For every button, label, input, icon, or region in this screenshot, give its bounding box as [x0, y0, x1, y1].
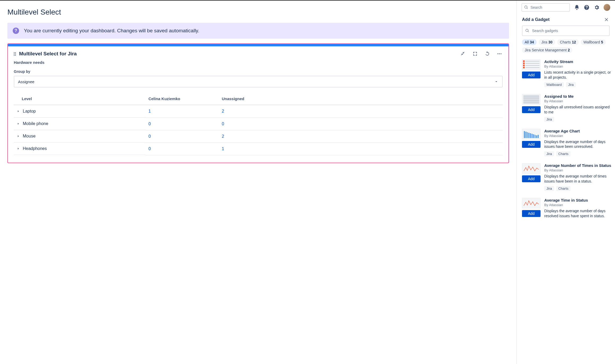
add-gadget-button[interactable]: Add	[522, 210, 541, 217]
gadget-thumbnail	[522, 59, 541, 70]
levels-table: Level Celina Kuziemko Unassigned Laptop1…	[14, 93, 503, 155]
gadget-tag[interactable]: Charts	[556, 151, 570, 156]
fullscreen-icon[interactable]	[472, 51, 478, 57]
gadget-tag[interactable]: Jira	[544, 186, 554, 191]
chevron-right-icon[interactable]	[16, 134, 20, 138]
gadget-name: Average Number of Times in Status	[544, 163, 612, 168]
count-link[interactable]: 1	[222, 147, 224, 151]
gadget-search-placeholder: Search gadgets	[532, 29, 558, 33]
gadget-item: AddAssigned to MeBy AtlassianDisplays al…	[522, 91, 612, 126]
gadget-thumbnail	[522, 163, 541, 174]
refresh-icon[interactable]	[484, 51, 490, 57]
more-icon[interactable]	[496, 51, 503, 57]
count-link[interactable]: 0	[148, 134, 151, 139]
gadget-search[interactable]: Search gadgets	[522, 25, 610, 36]
gadget-tag[interactable]: Jira	[544, 117, 554, 122]
add-gadget-button[interactable]: Add	[522, 106, 541, 113]
gadget-list: AddActivity StreamBy AtlassianLists rece…	[517, 55, 615, 364]
gadget-item: AddAverage Time in StatusBy AtlassianDis…	[522, 195, 612, 224]
gadget-name: Assigned to Me	[544, 94, 612, 99]
global-search-placeholder: Search	[530, 5, 542, 10]
level-name: Laptop	[23, 109, 36, 114]
help-icon: ?	[13, 28, 19, 34]
banner-message: You are currently editing your dashboard…	[24, 28, 199, 34]
svg-point-1	[499, 53, 500, 54]
gadget-description: Displays the average number of days reso…	[544, 208, 612, 219]
chevron-right-icon[interactable]	[16, 122, 20, 126]
editing-banner: ? You are currently editing your dashboa…	[7, 23, 509, 39]
gadget-name: Average Time in Status	[544, 198, 612, 202]
gadget-item: AddAverage Number of Times in StatusBy A…	[522, 160, 612, 195]
search-icon	[525, 29, 529, 33]
gadget-name: Average Age Chart	[544, 129, 612, 133]
gadget-tag[interactable]: Jira	[544, 151, 554, 156]
gadget-author: By Atlassian	[544, 203, 612, 207]
close-icon[interactable]	[603, 16, 610, 23]
gadget-thumbnail	[522, 94, 541, 105]
count-link[interactable]: 1	[148, 109, 151, 113]
level-name: Mobile phone	[23, 121, 48, 126]
gadget-accent-bar	[8, 44, 508, 46]
gadget-tag[interactable]: Charts	[556, 186, 570, 191]
table-row: Mouse02	[14, 130, 503, 143]
gadget-title: Multilevel Select for Jira	[19, 51, 77, 57]
settings-icon[interactable]	[594, 4, 600, 11]
col-assignee-2: Unassigned	[219, 93, 503, 105]
table-row: Headphones01	[14, 143, 503, 155]
gadget-thumbnail	[522, 198, 541, 208]
count-link[interactable]: 2	[222, 134, 224, 139]
groupby-label: Group by	[14, 69, 503, 74]
gadget-author: By Atlassian	[544, 168, 612, 172]
level-name: Headphones	[23, 146, 47, 151]
count-link[interactable]: 2	[222, 109, 224, 113]
category-pill[interactable]: Jira Service Management 2	[522, 47, 572, 53]
page-title: Multilevel Select	[7, 8, 509, 16]
gadget-author: By Atlassian	[544, 64, 612, 68]
count-link[interactable]: 0	[148, 122, 151, 126]
count-link[interactable]: 0	[222, 122, 224, 126]
table-row: Laptop12	[14, 105, 503, 118]
gadget-description: Displays the average number of times iss…	[544, 174, 612, 184]
help-icon[interactable]	[583, 4, 590, 11]
gadget-tag[interactable]: Wallboard	[544, 82, 564, 87]
svg-point-2	[501, 53, 501, 54]
gadget-thumbnail	[522, 129, 541, 139]
table-row: Mobile phone00	[14, 118, 503, 130]
notifications-icon[interactable]	[574, 4, 580, 11]
count-link[interactable]: 0	[148, 147, 151, 151]
category-pill[interactable]: All 34	[522, 39, 537, 45]
gadget-field-name: Hardware needs	[14, 60, 503, 65]
gadget-tag[interactable]: Jira	[566, 82, 576, 87]
chevron-right-icon[interactable]	[16, 147, 20, 150]
col-level: Level	[14, 93, 146, 105]
gadget-description: Displays the average number of days issu…	[544, 139, 612, 149]
chevron-down-icon	[494, 79, 498, 84]
svg-point-0	[498, 53, 498, 54]
groupby-value: Assignee	[18, 79, 34, 84]
gadget-multilevel-select: Multilevel Select for Jira	[7, 43, 509, 163]
add-gadget-button[interactable]: Add	[522, 175, 541, 182]
chevron-right-icon[interactable]	[16, 109, 20, 113]
search-icon	[524, 5, 528, 10]
add-gadget-panel: Search Add a Gadget Search gadgets All 3…	[516, 1, 615, 364]
gadget-author: By Atlassian	[544, 99, 612, 103]
category-pill[interactable]: Wallboard 5	[581, 39, 606, 45]
add-gadget-title: Add a Gadget	[522, 17, 550, 22]
collapse-icon[interactable]	[460, 51, 466, 57]
gadget-description: Lists recent activity in a single projec…	[544, 70, 612, 80]
gadget-item: AddAverage Age ChartBy AtlassianDisplays…	[522, 126, 612, 160]
add-gadget-button[interactable]: Add	[522, 141, 541, 148]
gadget-name: Activity Stream	[544, 59, 612, 64]
groupby-select[interactable]: Assignee	[14, 76, 503, 87]
gadget-item: AddActivity StreamBy AtlassianLists rece…	[522, 56, 612, 91]
level-name: Mouse	[23, 134, 36, 139]
gadget-author: By Atlassian	[544, 134, 612, 138]
category-pill[interactable]: Charts 12	[557, 39, 579, 45]
gadget-description: Displays all unresolved issues assigned …	[544, 105, 612, 115]
drag-handle-icon[interactable]	[14, 52, 16, 56]
global-search[interactable]: Search	[521, 3, 570, 12]
avatar[interactable]	[604, 4, 610, 11]
col-assignee-1: Celina Kuziemko	[146, 93, 219, 105]
add-gadget-button[interactable]: Add	[522, 72, 541, 78]
category-pill[interactable]: Jira 30	[539, 39, 555, 45]
